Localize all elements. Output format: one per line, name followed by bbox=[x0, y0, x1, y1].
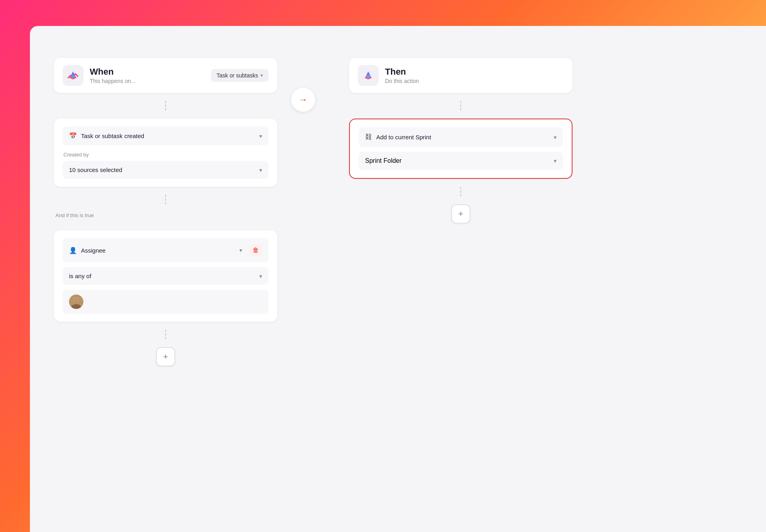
left-column: When This happens on... Task or subtasks… bbox=[54, 58, 277, 500]
then-logo-box bbox=[358, 65, 379, 86]
user-avatar bbox=[69, 295, 83, 309]
action-row-inner: ⛓ Add to current Sprint bbox=[365, 133, 431, 141]
right-connector-line-1 bbox=[460, 101, 461, 111]
when-logo-box bbox=[63, 65, 83, 86]
action-card: ⛓ Add to current Sprint ▾ Sprint Folder … bbox=[349, 119, 573, 179]
connector-arrow: → bbox=[291, 88, 315, 112]
assignee-row-inner[interactable]: 👤 Assignee bbox=[69, 247, 235, 254]
action-chevron: ▾ bbox=[554, 134, 557, 140]
left-connector-3 bbox=[54, 330, 277, 339]
left-connector-1 bbox=[54, 101, 277, 111]
trigger-chevron: ▾ bbox=[259, 133, 262, 139]
created-by-label: Created by bbox=[63, 152, 268, 158]
when-header-text: When This happens on... bbox=[90, 67, 205, 84]
condition-card: 👤 Assignee ▾ 🗑 is any of ▾ bbox=[54, 230, 277, 322]
assignee-person-icon: 👤 bbox=[69, 247, 77, 254]
task-badge-label: Task or subtasks bbox=[217, 72, 258, 79]
assignee-row: 👤 Assignee ▾ 🗑 bbox=[63, 238, 268, 262]
sources-row-inner: 10 sources selected bbox=[69, 166, 122, 173]
right-connector-1 bbox=[349, 101, 573, 111]
right-column: Then Do this action ⛓ Add to current Spr… bbox=[349, 58, 573, 500]
avatar-row bbox=[63, 290, 268, 314]
canvas: When This happens on... Task or subtasks… bbox=[30, 26, 766, 532]
sources-dropdown[interactable]: 10 sources selected ▾ bbox=[63, 161, 268, 179]
sprint-folder-chevron: ▾ bbox=[554, 158, 557, 164]
trigger-label: Task or subtask created bbox=[81, 133, 144, 139]
action-dropdown[interactable]: ⛓ Add to current Sprint ▾ bbox=[359, 127, 563, 147]
task-badge-chevron: ▾ bbox=[261, 73, 263, 78]
left-connector-2 bbox=[54, 195, 277, 204]
then-clickup-logo-icon bbox=[362, 69, 375, 82]
delete-icon: 🗑 bbox=[253, 247, 259, 254]
right-plus-icon: + bbox=[458, 209, 464, 219]
sprint-folder-label: Sprint Folder bbox=[365, 157, 402, 164]
arrow-icon: → bbox=[299, 95, 308, 105]
main-container: When This happens on... Task or subtasks… bbox=[30, 26, 766, 532]
left-plus-button[interactable]: + bbox=[156, 347, 175, 366]
avatar-svg bbox=[69, 295, 83, 309]
calendar-icon: 📅 bbox=[69, 132, 77, 140]
left-connector-line-2 bbox=[165, 195, 166, 204]
action-label: Add to current Sprint bbox=[376, 134, 431, 140]
left-connector-line-1 bbox=[165, 101, 166, 111]
operator-row[interactable]: is any of ▾ bbox=[63, 267, 268, 285]
task-subtasks-badge[interactable]: Task or subtasks ▾ bbox=[211, 69, 268, 82]
sprint-folder-dropdown[interactable]: Sprint Folder ▾ bbox=[359, 152, 563, 170]
assignee-chevron: ▾ bbox=[239, 247, 242, 253]
operator-chevron: ▾ bbox=[259, 273, 262, 279]
trigger-row-inner: 📅 Task or subtask created bbox=[69, 132, 144, 140]
when-subtitle: This happens on... bbox=[90, 78, 205, 84]
then-title: Then bbox=[385, 67, 564, 77]
when-header-card: When This happens on... Task or subtasks… bbox=[54, 58, 277, 93]
when-title: When bbox=[90, 67, 205, 77]
left-connector-line-3 bbox=[165, 330, 166, 339]
condition-section-label: And if this is true bbox=[54, 212, 277, 218]
delete-condition-button[interactable]: 🗑 bbox=[249, 244, 262, 257]
right-connector-line-2 bbox=[460, 187, 461, 196]
assignee-label: Assignee bbox=[81, 247, 106, 254]
operator-label: is any of bbox=[69, 273, 91, 279]
trigger-card: 📅 Task or subtask created ▾ Created by 1… bbox=[54, 119, 277, 187]
sources-chevron: ▾ bbox=[259, 167, 262, 173]
right-plus-button[interactable]: + bbox=[451, 204, 470, 223]
sources-label: 10 sources selected bbox=[69, 166, 122, 173]
clickup-logo-icon bbox=[67, 69, 79, 82]
trigger-dropdown[interactable]: 📅 Task or subtask created ▾ bbox=[63, 127, 268, 145]
sprint-icon: ⛓ bbox=[365, 133, 372, 141]
right-connector-2 bbox=[349, 187, 573, 196]
then-subtitle: Do this action bbox=[385, 78, 564, 84]
svg-rect-8 bbox=[74, 300, 78, 303]
then-header-text: Then Do this action bbox=[385, 67, 564, 84]
then-header-card: Then Do this action bbox=[349, 58, 573, 93]
left-plus-icon: + bbox=[163, 352, 168, 362]
